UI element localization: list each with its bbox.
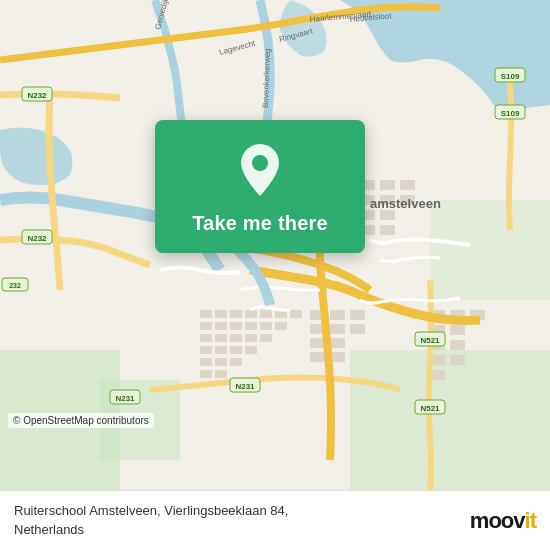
svg-rect-31 xyxy=(215,370,227,378)
svg-rect-11 xyxy=(290,310,302,318)
svg-rect-21 xyxy=(245,334,257,342)
svg-rect-36 xyxy=(330,324,345,334)
svg-rect-17 xyxy=(275,322,287,330)
svg-rect-5 xyxy=(200,310,212,318)
svg-rect-9 xyxy=(260,310,272,318)
svg-rect-7 xyxy=(230,310,242,318)
svg-rect-40 xyxy=(310,352,325,362)
svg-rect-8 xyxy=(245,310,257,318)
svg-rect-30 xyxy=(200,370,212,378)
svg-rect-34 xyxy=(350,310,365,320)
svg-text:S109: S109 xyxy=(501,72,520,81)
svg-rect-27 xyxy=(200,358,212,366)
moovit-logo: moovit xyxy=(470,508,536,534)
svg-rect-2 xyxy=(350,350,550,490)
svg-rect-26 xyxy=(245,346,257,354)
svg-rect-56 xyxy=(450,325,465,335)
svg-rect-23 xyxy=(200,346,212,354)
svg-point-87 xyxy=(252,155,268,171)
svg-rect-44 xyxy=(400,180,415,190)
svg-rect-22 xyxy=(260,334,272,342)
svg-rect-13 xyxy=(215,322,227,330)
cta-card[interactable]: Take me there xyxy=(155,120,365,253)
svg-rect-12 xyxy=(200,322,212,330)
svg-rect-28 xyxy=(215,358,227,366)
svg-rect-29 xyxy=(230,358,242,366)
svg-text:N232: N232 xyxy=(27,234,47,243)
take-me-there-button[interactable]: Take me there xyxy=(192,212,328,235)
svg-rect-15 xyxy=(245,322,257,330)
location-pin-icon xyxy=(232,142,288,198)
svg-text:N521: N521 xyxy=(420,336,440,345)
svg-rect-6 xyxy=(215,310,227,318)
footer: Ruiterschool Amstelveen, Vierlingsbeekla… xyxy=(0,490,550,550)
svg-text:232: 232 xyxy=(9,282,21,289)
svg-rect-38 xyxy=(310,338,325,348)
svg-rect-49 xyxy=(380,210,395,220)
osm-attribution: © OpenStreetMap contributors xyxy=(8,413,154,428)
svg-rect-43 xyxy=(380,180,395,190)
svg-text:N521: N521 xyxy=(420,404,440,413)
svg-rect-37 xyxy=(350,324,365,334)
svg-rect-3 xyxy=(430,200,550,300)
svg-rect-24 xyxy=(215,346,227,354)
svg-rect-61 xyxy=(450,355,465,365)
svg-rect-25 xyxy=(230,346,242,354)
svg-rect-16 xyxy=(260,322,272,330)
svg-text:N231: N231 xyxy=(115,394,135,403)
svg-rect-33 xyxy=(330,310,345,320)
svg-rect-39 xyxy=(330,338,345,348)
svg-text:amstelveen: amstelveen xyxy=(370,196,441,211)
map-view: N232 N232 232 N231 N231 N521 N521 S109 S… xyxy=(0,0,550,490)
svg-rect-58 xyxy=(450,340,465,350)
svg-rect-19 xyxy=(215,334,227,342)
svg-rect-20 xyxy=(230,334,242,342)
svg-rect-51 xyxy=(380,225,395,235)
address-text: Ruiterschool Amstelveen, Vierlingsbeekla… xyxy=(14,502,288,538)
svg-text:S109: S109 xyxy=(501,109,520,118)
svg-text:N232: N232 xyxy=(27,91,47,100)
svg-rect-14 xyxy=(230,322,242,330)
svg-rect-18 xyxy=(200,334,212,342)
svg-text:N231: N231 xyxy=(235,382,255,391)
